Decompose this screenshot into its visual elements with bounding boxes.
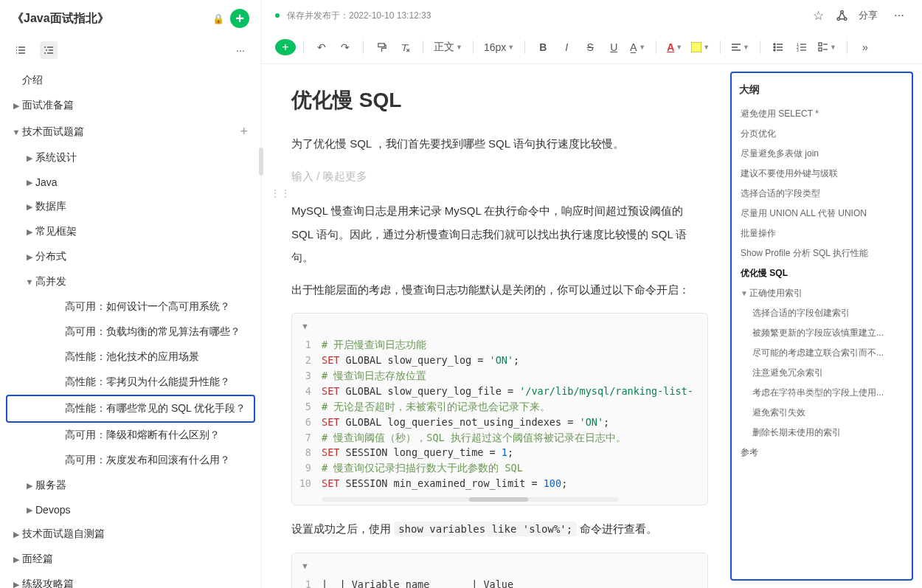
tree-item[interactable]: 高可用：灰度发布和回滚有什么用？ xyxy=(0,448,261,473)
lock-icon: 🔒 xyxy=(212,13,224,24)
number-list-button[interactable]: 123 xyxy=(791,37,812,58)
collapse-icon[interactable]: ▼ xyxy=(301,322,309,331)
outline-item[interactable]: 批量操作 xyxy=(739,224,904,243)
svg-point-23 xyxy=(774,49,775,51)
outline-item[interactable]: 避免索引失效 xyxy=(739,403,904,423)
tree-item[interactable]: ▶系统设计 xyxy=(0,145,261,170)
tree-item[interactable]: 高性能：池化技术的应用场景 xyxy=(0,345,261,370)
tree-item[interactable]: ▶练级攻略篇 xyxy=(0,572,261,588)
outline-item[interactable]: 尽量避免多表做 join xyxy=(739,144,904,164)
clear-format-icon[interactable] xyxy=(395,37,415,58)
inline-code: show variables like 'slow%'; xyxy=(394,522,577,536)
nav-tree: 介绍▶面试准备篇▼技术面试题篇+▶系统设计▶Java▶数据库▶常见框架▶分布式▼… xyxy=(0,63,261,588)
svg-point-13 xyxy=(837,18,839,20)
tree-item[interactable]: ▶常见框架 xyxy=(0,219,261,244)
task-list-button[interactable]: ▼ xyxy=(815,37,839,58)
text-color-button[interactable]: A▼ xyxy=(664,37,685,58)
paragraph: 为了优化慢 SQL ，我们首先要找到哪些 SQL 语句执行速度比较慢。 xyxy=(291,132,708,156)
outline-title: 大纲 xyxy=(739,83,904,97)
tree-item[interactable]: 高可用：如何设计一个高可用系统？ xyxy=(0,294,261,319)
align-button[interactable]: ▼ xyxy=(728,37,752,58)
outline-item[interactable]: 被频繁更新的字段应该慎重建立... xyxy=(739,323,904,343)
list-view-icon[interactable] xyxy=(12,41,30,59)
outline-item[interactable]: 避免使用 SELECT * xyxy=(739,104,904,124)
paragraph: 设置成功之后，使用 show variables like 'slow%'; 命… xyxy=(291,517,708,541)
bullet-list-button[interactable] xyxy=(768,37,788,58)
page-title: 优化慢 SQL xyxy=(291,86,708,114)
save-time: 2022-10-10 13:12:33 xyxy=(349,10,431,21)
svg-rect-31 xyxy=(819,43,822,46)
editor-area[interactable]: 优化慢 SQL ⋮⋮ 为了优化慢 SQL ，我们首先要找到哪些 SQL 语句执行… xyxy=(262,64,730,588)
redo-button[interactable]: ↷ xyxy=(335,37,356,58)
tree-item[interactable]: 介绍 xyxy=(0,68,261,93)
code-block: ▼ 1# 开启慢查询日志功能2SET GLOBAL slow_query_log… xyxy=(291,313,708,505)
tree-item[interactable]: ▼技术面试题篇+ xyxy=(0,118,261,145)
horizontal-scrollbar[interactable] xyxy=(322,497,619,502)
highlight-button[interactable]: ▼ xyxy=(688,37,713,58)
outline-item[interactable]: 注意避免冗余索引 xyxy=(739,363,904,383)
format-painter-icon[interactable] xyxy=(371,37,392,58)
tree-item[interactable]: ▶数据库 xyxy=(0,194,261,219)
insert-button[interactable]: + xyxy=(275,39,296,55)
add-doc-button[interactable]: + xyxy=(230,9,249,28)
status-dot xyxy=(275,13,280,18)
save-label: 保存并发布于： xyxy=(287,10,349,22)
outline-item[interactable]: 选择合适的字段创建索引 xyxy=(739,303,904,323)
tree-item[interactable]: ▶面经篇 xyxy=(0,547,261,572)
paragraph: 出于性能层面的考虑，慢查询日志功能默认是关闭的，你可以通过以下命令开启： xyxy=(291,278,708,302)
outline-item[interactable]: 删除长期未使用的索引 xyxy=(739,423,904,443)
svg-point-12 xyxy=(840,10,842,13)
tree-item[interactable]: ▶Java xyxy=(0,170,261,194)
tree-item[interactable]: ▶服务器 xyxy=(0,473,261,498)
svg-rect-15 xyxy=(378,43,384,46)
slash-placeholder[interactable]: 输入 / 唤起更多 xyxy=(291,165,708,188)
topbar: 保存并发布于： 2022-10-10 13:12:33 ☆ 分享 ··· xyxy=(262,0,922,31)
svg-rect-33 xyxy=(819,48,822,51)
code-block: ▼ 1| | Variable_name | Value xyxy=(291,553,708,588)
bold-button[interactable]: B xyxy=(533,37,553,58)
paragraph-style-select[interactable]: 正文▼ xyxy=(431,37,465,58)
svg-point-19 xyxy=(774,44,775,45)
more-icon[interactable]: ··· xyxy=(232,41,249,59)
add-child-icon[interactable]: + xyxy=(240,124,254,139)
outline-item[interactable]: 建议不要使用外键与级联 xyxy=(739,164,904,184)
outline-view-icon[interactable] xyxy=(40,41,58,59)
outline-item[interactable]: 尽可能的考虑建立联合索引而不... xyxy=(739,343,904,363)
svg-point-21 xyxy=(774,46,775,48)
tree-item[interactable]: 高可用：负载均衡的常见算法有哪些？ xyxy=(0,319,261,345)
outline-item[interactable]: 参考 xyxy=(739,443,904,463)
more-tools-button[interactable]: » xyxy=(855,37,876,58)
undo-button[interactable]: ↶ xyxy=(311,37,332,58)
outline-item[interactable]: 优化慢 SQL xyxy=(739,263,904,283)
strike-button[interactable]: S xyxy=(580,37,600,58)
outline-item[interactable]: 分页优化 xyxy=(739,124,904,144)
font-size-select[interactable]: 16px▼ xyxy=(481,37,517,58)
tree-item[interactable]: ▶分布式 xyxy=(0,244,261,269)
tree-item[interactable]: ▼高并发 xyxy=(0,269,261,294)
underline-button[interactable]: U xyxy=(603,37,624,58)
editor-toolbar: + ↶ ↷ 正文▼ 16px▼ B I S U A̲▼ A▼ ▼ ▼ 123 xyxy=(262,31,922,64)
star-icon[interactable]: ☆ xyxy=(808,6,828,25)
outline-item[interactable]: 尽量用 UNION ALL 代替 UNION xyxy=(739,204,904,224)
block-handle-icon[interactable]: ⋮⋮ xyxy=(271,188,291,198)
share-nodes-icon[interactable] xyxy=(832,6,851,25)
italic-button[interactable]: I xyxy=(556,37,577,58)
tree-item[interactable]: ▶面试准备篇 xyxy=(0,93,261,118)
outline-item[interactable]: ▼正确使用索引 xyxy=(739,283,904,303)
tree-item[interactable]: ▶Devops xyxy=(0,498,261,522)
tree-item[interactable]: 高性能：有哪些常见的 SQL 优化手段？ xyxy=(6,395,255,423)
tree-item[interactable]: 高性能：零拷贝为什么能提升性能？ xyxy=(0,370,261,395)
outline-item[interactable]: 选择合适的字段类型 xyxy=(739,184,904,204)
doc-title: 《Java面试指北》 xyxy=(12,11,207,27)
font-family-select[interactable]: A̲▼ xyxy=(627,37,648,58)
outline-item[interactable]: Show Profile 分析 SQL 执行性能 xyxy=(739,243,904,263)
outline-item[interactable]: 考虑在字符串类型的字段上使用... xyxy=(739,383,904,403)
tree-item[interactable]: 高可用：降级和熔断有什么区别？ xyxy=(0,423,261,448)
svg-point-14 xyxy=(844,18,846,20)
tree-item[interactable]: ▶技术面试题自测篇 xyxy=(0,522,261,547)
sidebar: 《Java面试指北》 🔒 + ··· 介绍▶面试准备篇▼技术面试题篇+▶系统设计… xyxy=(0,0,262,588)
paragraph: MySQL 慢查询日志是用来记录 MySQL 在执行命令中，响应时间超过预设阈值… xyxy=(291,199,708,269)
share-button[interactable]: 分享 xyxy=(851,7,885,24)
more-menu-icon[interactable]: ··· xyxy=(890,6,909,25)
collapse-icon[interactable]: ▼ xyxy=(301,561,309,570)
